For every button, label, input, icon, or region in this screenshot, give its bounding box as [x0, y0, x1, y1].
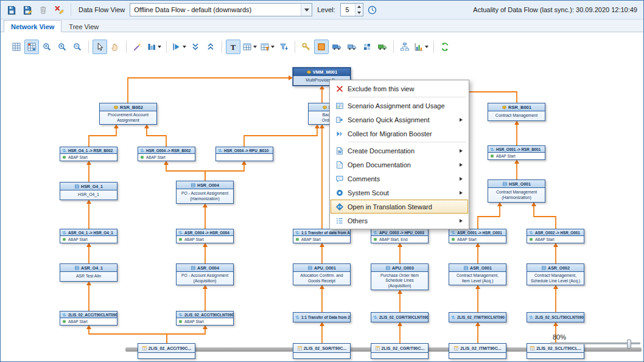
flag-icon	[172, 42, 181, 52]
level-spinner[interactable]: 5	[340, 3, 363, 16]
node-2lis-02-itm-t90clnt090[interactable]: 2LIS_02_ITM/T90CLNT090 -...	[449, 312, 506, 322]
node-hsr-o001[interactable]: HSR_O001Contract Management(Harmonizatio…	[488, 179, 545, 203]
node-asr-o004-hsr-o004[interactable]: ASR_O004 -> HSR_O004ABAP Start	[176, 229, 234, 243]
go-to-source-button[interactable]	[170, 40, 187, 54]
node-hsr-o004-rpu-b010[interactable]: HSR_O004 -> RPU_B010	[215, 147, 273, 161]
node-rsr-b002[interactable]: RSR_B002Procurement AccountAssignment	[99, 103, 157, 125]
node-hsr-o4-1[interactable]: HSR_O4_1HSR_O4_1	[60, 182, 117, 200]
node-title: HSR_O001 -> RSR_B001	[496, 147, 541, 151]
svg-text:W: W	[337, 149, 341, 153]
filter-button[interactable]	[276, 40, 291, 54]
node-hsr-o4-1-rsr-b002[interactable]: HSR_O4_1 -> RSR_B002ABAP Start	[60, 147, 117, 161]
node-asr-o001[interactable]: ASR_O001Contract Management,Item Level (…	[449, 263, 506, 285]
transport-button[interactable]	[329, 40, 344, 54]
spin-up-icon[interactable]	[355, 4, 363, 10]
menu-item-open-in-translation-steward[interactable]: Open in Translation Steward	[331, 200, 468, 214]
layout-options-button[interactable]	[145, 40, 163, 54]
table-filter-icon	[260, 42, 270, 52]
node-description-line: Allocation Confirm. and	[300, 273, 343, 278]
trash-icon	[38, 5, 48, 15]
transport-collect-button[interactable]	[345, 40, 359, 54]
hierarchy-button[interactable]	[397, 40, 412, 54]
menu-item-system-scout[interactable]: System Scout	[331, 186, 468, 200]
node-2lis-02-acc-t90clnt090[interactable]: 2LIS_02_ACC/T90CLNT090 -...ABAP Start	[60, 311, 117, 325]
menu-item-open-documentation[interactable]: Open Documentation	[331, 158, 468, 172]
overview-grid-button[interactable]	[9, 40, 24, 54]
node-2lis-02-acc-t90clnt090[interactable]: 2LIS_02_ACC/T90CLNT090 -...ABAP Start	[176, 311, 234, 325]
zoom-in-button[interactable]	[40, 40, 54, 54]
transport-green-button[interactable]	[375, 40, 390, 54]
table-filter-button[interactable]	[259, 40, 276, 54]
schedule-button[interactable]	[365, 2, 380, 17]
menu-item-comments[interactable]: Comments	[331, 172, 468, 186]
table-view-button[interactable]	[241, 40, 258, 54]
node-hsr-o001-rsr-b001[interactable]: HSR_O001 -> RSR_B001ABAP Start	[488, 145, 545, 160]
select-tool-button[interactable]	[93, 40, 107, 54]
node-1-1-transfer-of-data-from-2lis[interactable]: 1:1 Transfer of Data from 2LIS...	[293, 312, 351, 322]
node-description-line: (Harmonization)	[502, 195, 531, 200]
chart-button[interactable]	[413, 40, 430, 54]
node-description-line: (Acquisition)	[194, 279, 216, 284]
auto-layout-button[interactable]	[130, 40, 145, 54]
abap-status-icon	[373, 237, 377, 242]
node-apu-o003-hpu-o003[interactable]: APU_O003 -> HPU_O003ABAP Start, End	[371, 229, 429, 243]
abap-status-label: ABAP Start	[457, 237, 477, 242]
node-body: ABAP Start	[177, 318, 233, 325]
discard-button[interactable]	[52, 2, 66, 17]
zoom-slider-handle[interactable]	[627, 339, 631, 349]
transformation-icon	[61, 312, 67, 318]
toolbar-divider	[222, 41, 222, 53]
menu-item-exclude-from-this-view[interactable]: Exclude from this view	[331, 82, 468, 96]
pan-tool-button[interactable]	[108, 40, 122, 54]
node-2lis-02-cgr-t90clnt090[interactable]: 2LIS_02_CGR/T90CLNT090 -...	[371, 312, 429, 322]
zoom-level-label: 80%	[553, 333, 566, 341]
menu-item-collect-for-migration-booster[interactable]: Collect for Migration Booster	[331, 127, 468, 141]
node-asr-o4-1-hsr-o4-1[interactable]: ASR_O4_1 -> HSR_O4_1ABAP Start	[60, 229, 117, 243]
tab-network-view[interactable]: Network View	[4, 20, 61, 32]
menu-item-create-documentation[interactable]: WCreate Documentation	[331, 144, 468, 158]
node-2lis-02-acc-t90c[interactable]: 2LIS_02_ACC/T90C...	[138, 343, 195, 359]
zoom-slider[interactable]	[550, 343, 640, 344]
node-2lis-02-scl-t90clnt090[interactable]: 2LIS_02_SCL/T90CLNT090 -...	[527, 312, 584, 322]
key-button[interactable]	[299, 40, 313, 54]
node-2lis-02-cgr-t90c[interactable]: 2LIS_02_CGR/T90C...	[371, 343, 429, 359]
node-asr-o002[interactable]: ASR_O002Contract Management,Schedule Lin…	[527, 263, 584, 285]
node-2lis-02-itm-t90c[interactable]: 2LIS_02_ITM/T90C...	[449, 343, 506, 359]
node-body: ABAP Start	[138, 154, 195, 161]
chev-up-icon	[206, 42, 215, 52]
refresh-button[interactable]	[438, 40, 452, 54]
node-apu-o003[interactable]: APU_O003Purchase Order ItemSchedule Line…	[371, 263, 429, 290]
menu-item-others[interactable]: Others	[331, 214, 468, 228]
menu-item-scenario-assignment-and-usage[interactable]: Scenario Assignment and Usage	[331, 99, 468, 113]
menu-item-scenario-quick-assignment[interactable]: Scenario Quick Assignment	[331, 113, 468, 127]
zoom-out-button[interactable]	[70, 40, 85, 54]
toolbar-divider	[126, 41, 127, 53]
transformation-icon	[139, 148, 145, 153]
node-asr-o4-1[interactable]: ASR_O4_1ASR Test Alin	[60, 263, 117, 282]
tab-tree-view[interactable]: Tree View	[61, 20, 106, 32]
node-apu-o001[interactable]: APU_O001Allocation Confirm. andGoods Rec…	[293, 263, 351, 285]
abap-status-label: ABAP Start	[146, 155, 166, 159]
node-2lis-02-sgr-t90c[interactable]: 2LIS_02_SGR/T90C...	[293, 343, 351, 359]
node-hsr-o004-rsr-b002[interactable]: HSR_O004 -> RSR_B002ABAP Start	[138, 147, 195, 161]
collapse-all-button[interactable]	[188, 40, 203, 54]
expand-all-button[interactable]	[203, 40, 218, 54]
submenu-arrow-icon	[460, 163, 463, 167]
node-asr-o004[interactable]: ASR_O004PO - Account Assignment(Acquisit…	[176, 263, 234, 285]
node-asr-o002-hsr-o001[interactable]: ASR_O002 -> HSR_O001ABAP Start	[527, 229, 584, 243]
network-grid-button[interactable]	[24, 40, 39, 54]
node-hsr-o004[interactable]: HSR_O004PO - Account Assignment(Harmoniz…	[176, 181, 234, 204]
save-as-button[interactable]	[20, 2, 35, 17]
node-rsr-b001[interactable]: RSR_B001Contract Management	[488, 103, 545, 121]
text-labels-button[interactable]: T	[226, 40, 240, 54]
save-button[interactable]	[4, 2, 19, 17]
node-description-line: Schedule Lines	[385, 278, 413, 283]
highlight-button[interactable]	[314, 40, 329, 54]
mini-grid-button[interactable]	[360, 40, 374, 54]
chevron-down-icon[interactable]	[301, 4, 312, 16]
spin-down-icon[interactable]	[355, 10, 363, 16]
node-asr-o001-hsr-o001[interactable]: ASR_O001 -> HSR_O001ABAP Start	[449, 229, 506, 243]
node-1-1-transfer-of-data-from-apu[interactable]: 1:1 Transfer of data from APU...ABAP Sta…	[293, 229, 351, 243]
zoom-original-button[interactable]	[55, 40, 69, 54]
data-flow-select[interactable]: Offline Data Flow - default (downwards)	[130, 3, 312, 16]
